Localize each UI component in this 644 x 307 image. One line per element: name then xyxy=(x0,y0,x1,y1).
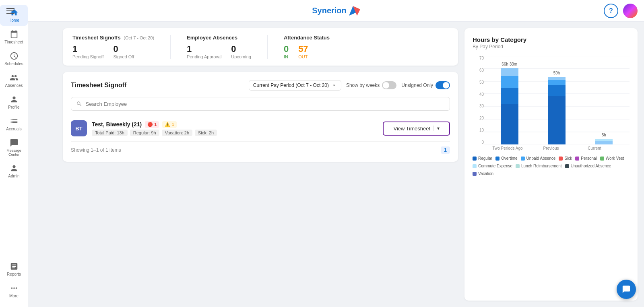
sidebar-item-absences[interactable]: Absences xyxy=(0,70,28,91)
timesheet-date-range: (Oct 7 - Oct 20) xyxy=(124,35,154,40)
bar-seg-2-0 xyxy=(595,141,613,144)
in-num: 0 xyxy=(284,44,289,54)
y-label-3: 30 xyxy=(473,104,484,108)
view-timesheet-button[interactable]: View Timesheet ▾ xyxy=(383,122,450,136)
employee-absences-section: Employee Absences 1 Pending Approval 0 U… xyxy=(187,35,251,59)
sidebar-item-timesheet[interactable]: Timesheet xyxy=(0,27,28,47)
pending-signoff-label: Pending Signoff xyxy=(72,54,103,59)
out-val: 57 OUT xyxy=(298,44,308,59)
bar-groups: 66h 33m 59h xyxy=(484,56,630,144)
legend-personal: Personal xyxy=(575,156,597,161)
sidebar-label-profile: Profile xyxy=(8,105,19,109)
legend-dot-unpaid-absence xyxy=(521,157,525,161)
tag-vacation: Vacation: 2h xyxy=(162,130,192,136)
bar-seg-0-0 xyxy=(501,104,518,144)
chat-fab-button[interactable] xyxy=(617,280,636,299)
show-weeks-toggle[interactable] xyxy=(382,81,396,89)
signed-off-num: 0 xyxy=(113,44,134,54)
legend-dot-work-vest xyxy=(600,157,604,161)
sidebar-item-more[interactable]: More xyxy=(0,280,28,301)
in-val: 0 IN xyxy=(284,44,289,59)
unsigned-only-knob xyxy=(443,82,449,89)
legend-overtime: Overtime xyxy=(495,156,518,161)
sidebar-label-admin: Admin xyxy=(8,174,19,178)
y-label-1: 10 xyxy=(473,128,484,132)
right-panel: Hours by Category By Pay Period 0 10 20 … xyxy=(464,28,638,301)
chart-legend: Regular Overtime Unpaid Absence Sick Per… xyxy=(473,156,630,176)
bar-group-2: 5h xyxy=(586,133,621,144)
legend-dot-regular xyxy=(473,157,477,161)
chart-title: Hours by Category xyxy=(473,36,630,43)
bar-stack-1 xyxy=(548,77,566,144)
legend-lunch-reimbursement: Lunch Reimbursement xyxy=(516,164,562,168)
pending-approval-val: 1 Pending Approval xyxy=(187,44,221,59)
showing-label: Showing 1–1 of 1 items xyxy=(71,147,121,153)
upcoming-num: 0 xyxy=(231,44,251,54)
legend-regular: Regular xyxy=(473,156,492,161)
bar-seg-1-0 xyxy=(548,96,566,144)
bar-seg-0-1 xyxy=(501,88,518,104)
x-label-2: Current xyxy=(579,146,610,150)
help-button[interactable]: ? xyxy=(604,4,618,18)
signed-off-label: Signed Off xyxy=(113,54,134,59)
hamburger-menu[interactable] xyxy=(6,6,14,15)
legend-unauthorized-absence: Unauthorized Absence xyxy=(565,164,611,168)
main-content: Timesheet Signoffs (Oct 7 - Oct 20) 1 Pe… xyxy=(56,22,644,307)
search-icon xyxy=(76,101,83,107)
x-label-1: Previous xyxy=(535,146,567,150)
legend-dot-commute-expense xyxy=(473,164,477,168)
view-timesheet-caret[interactable]: ▾ xyxy=(433,126,443,131)
upcoming-label: Upcoming xyxy=(231,54,251,59)
sidebar-item-admin[interactable]: Admin xyxy=(0,161,28,181)
employee-absences-values: 1 Pending Approval 0 Upcoming xyxy=(187,44,251,59)
sidebar-item-profile[interactable]: Profile xyxy=(0,92,28,113)
y-axis: 0 10 20 30 40 50 60 70 xyxy=(473,56,484,144)
pending-signoff-val: 1 Pending Signoff xyxy=(72,44,103,59)
y-label-6: 60 xyxy=(473,68,484,72)
employee-tags: Total Paid: 13h Regular: 9h Vacation: 2h… xyxy=(92,130,378,136)
upcoming-val: 0 Upcoming xyxy=(231,44,251,59)
summary-card: Timesheet Signoffs (Oct 7 - Oct 20) 1 Pe… xyxy=(63,28,458,66)
divider-1 xyxy=(170,35,171,59)
legend-vacation: Vacation xyxy=(473,171,493,176)
sidebar-item-schedules[interactable]: Schedules xyxy=(0,48,28,69)
unsigned-only-label: Unsigned Only xyxy=(401,82,433,88)
tag-regular: Regular: 9h xyxy=(130,130,159,136)
divider-2 xyxy=(267,35,268,59)
show-weeks-control: Show by weeks xyxy=(346,81,396,89)
topbar: Synerion ? xyxy=(28,0,644,22)
sidebar-label-reports: Reports xyxy=(7,272,21,276)
sidebar-label-home: Home xyxy=(8,18,19,23)
sidebar-label-timesheet: Timesheet xyxy=(4,40,23,44)
bar-stack-0 xyxy=(501,68,518,144)
y-label-0: 0 xyxy=(473,140,484,144)
sidebar-item-message-center[interactable]: Message Center xyxy=(0,135,28,160)
error-badge: 🔴 1 xyxy=(145,121,159,128)
bars-container: 66h 33m 59h xyxy=(484,56,630,144)
bar-stack-2 xyxy=(595,139,613,144)
employee-name: Test, Biweekly (21) 🔴 1 ⚠️ 1 xyxy=(92,121,378,128)
pending-approval-label: Pending Approval xyxy=(187,54,221,59)
left-panel: Timesheet Signoffs (Oct 7 - Oct 20) 1 Pe… xyxy=(63,28,458,301)
app-logo: Synerion xyxy=(312,6,360,16)
timesheet-signoffs-section: Timesheet Signoffs (Oct 7 - Oct 20) 1 Pe… xyxy=(72,35,154,59)
y-label-4: 40 xyxy=(473,92,484,97)
employee-absences-title: Employee Absences xyxy=(187,35,251,41)
legend-dot-unauthorized-absence xyxy=(565,164,569,168)
sidebar-item-reports[interactable]: Reports xyxy=(0,259,28,280)
bar-seg-0-2 xyxy=(501,76,518,88)
signoff-title: Timesheet Signoff xyxy=(71,82,126,89)
sidebar: Home Timesheet Schedules Absences Profil… xyxy=(0,0,28,307)
legend-dot-lunch-reimbursement xyxy=(516,164,520,168)
employee-info: Test, Biweekly (21) 🔴 1 ⚠️ 1 Total Paid:… xyxy=(92,121,378,136)
attendance-status-values: 0 IN 57 OUT xyxy=(284,44,330,59)
legend-dot-sick xyxy=(559,157,563,161)
unsigned-only-toggle[interactable] xyxy=(436,81,450,89)
sidebar-label-accruals: Accruals xyxy=(6,127,21,131)
period-select[interactable]: Current Pay Period (Oct 7 - Oct 20) xyxy=(249,80,341,91)
pending-signoff-num: 1 xyxy=(72,44,103,54)
chart-subtitle: By Pay Period xyxy=(473,44,630,49)
user-avatar[interactable] xyxy=(623,4,638,18)
sidebar-item-accruals[interactable]: Accruals xyxy=(0,113,28,134)
search-input[interactable] xyxy=(86,101,445,107)
